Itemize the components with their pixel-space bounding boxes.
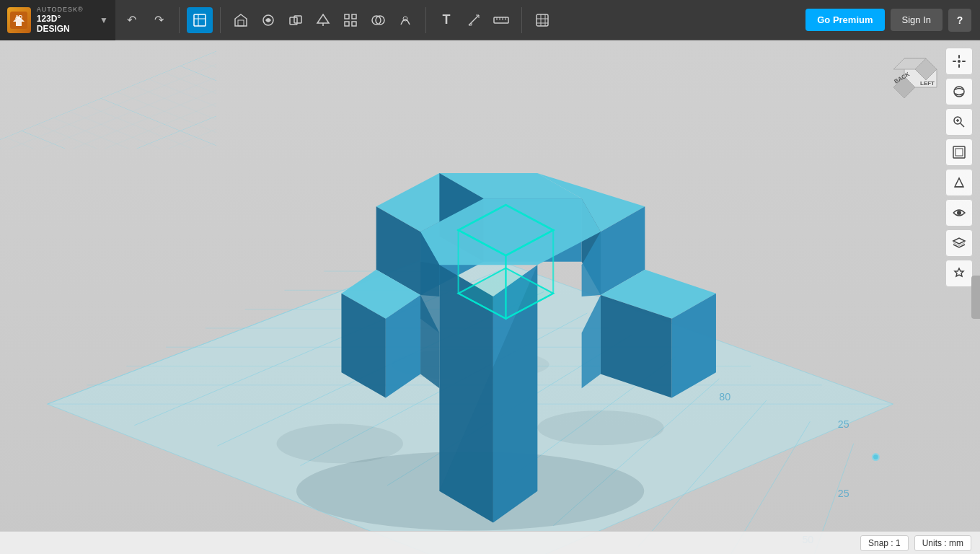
viewport[interactable]: 25 25 50 75 80 BACK LEFT xyxy=(0,40,980,554)
layers-button[interactable] xyxy=(945,229,973,257)
right-panel xyxy=(945,48,973,287)
redo-button[interactable]: ↷ xyxy=(146,7,172,33)
ruler-button[interactable] xyxy=(488,7,514,33)
svg-rect-12 xyxy=(345,22,349,26)
right-edge-tab[interactable] xyxy=(971,276,980,319)
text-tool-button[interactable]: T xyxy=(433,7,459,33)
svg-point-16 xyxy=(403,17,407,21)
divider-4 xyxy=(521,7,522,33)
svg-point-54 xyxy=(537,410,663,445)
svg-rect-103 xyxy=(953,146,965,158)
settings-extra-button[interactable] xyxy=(945,260,973,287)
right-buttons: Go Premium Sign In ? xyxy=(805,9,980,32)
svg-rect-2 xyxy=(194,14,206,26)
snap-indicator[interactable]: Snap : 1 xyxy=(860,535,909,551)
svg-point-53 xyxy=(277,424,403,464)
measure-button[interactable] xyxy=(461,7,487,33)
text-tools-group: T xyxy=(431,7,517,33)
svg-point-97 xyxy=(958,60,961,63)
pattern-button[interactable] xyxy=(337,7,363,33)
main-tools-group xyxy=(184,7,216,33)
shape-tools-group xyxy=(225,7,421,33)
logo-icon: AD xyxy=(7,7,31,33)
divider-3 xyxy=(425,7,426,33)
merge-button[interactable] xyxy=(283,7,309,33)
svg-point-106 xyxy=(957,211,961,215)
svg-text:25: 25 xyxy=(838,488,849,499)
boolean-button[interactable] xyxy=(365,7,391,33)
pan-button[interactable] xyxy=(945,48,973,75)
zoom-button[interactable] xyxy=(945,108,973,136)
fit-button[interactable] xyxy=(945,138,973,166)
logo-text: AUTODESK® 123D° DESIGN xyxy=(37,6,91,35)
modify-button[interactable] xyxy=(255,7,281,33)
materials-tools-group xyxy=(526,7,558,33)
svg-point-85 xyxy=(873,454,878,460)
3d-scene: 25 25 50 75 80 xyxy=(0,40,980,554)
logo-area[interactable]: AD AUTODESK® 123D° DESIGN ▼ xyxy=(0,0,115,40)
svg-text:LEFT: LEFT xyxy=(920,80,935,87)
product-name: 123D° DESIGN xyxy=(37,14,91,35)
primitives-button[interactable] xyxy=(228,7,254,33)
perspective-button[interactable] xyxy=(945,169,973,196)
svg-text:80: 80 xyxy=(719,391,730,403)
help-button[interactable]: ? xyxy=(948,9,971,32)
divider-1 xyxy=(179,7,180,33)
svg-rect-5 xyxy=(238,20,244,26)
svg-rect-10 xyxy=(345,14,349,19)
undo-button[interactable]: ↶ xyxy=(118,7,144,33)
eye-button[interactable] xyxy=(945,199,973,227)
svg-rect-11 xyxy=(352,14,356,19)
units-indicator[interactable]: Units : mm xyxy=(914,535,971,551)
toolbar: AD AUTODESK® 123D° DESIGN ▼ ↶ ↷ xyxy=(0,0,980,40)
svg-rect-104 xyxy=(955,149,963,156)
history-tools: ↶ ↷ xyxy=(115,7,175,33)
orbit-button[interactable] xyxy=(945,78,973,105)
materials-button[interactable] xyxy=(529,7,555,33)
svg-rect-22 xyxy=(537,14,548,26)
new-tool-button[interactable] xyxy=(187,7,213,33)
logo-dropdown[interactable]: ▼ xyxy=(100,15,108,25)
go-premium-button[interactable]: Go Premium xyxy=(805,9,884,31)
divider-2 xyxy=(220,7,221,33)
svg-rect-17 xyxy=(494,17,508,23)
transform-button[interactable] xyxy=(310,7,336,33)
svg-rect-13 xyxy=(352,22,356,26)
status-bar: Snap : 1 Units : mm xyxy=(0,531,980,554)
sign-in-button[interactable]: Sign In xyxy=(891,9,943,31)
sculpt-button[interactable] xyxy=(392,7,418,33)
view-cube[interactable]: BACK LEFT xyxy=(890,48,940,98)
svg-text:25: 25 xyxy=(838,418,849,430)
svg-line-100 xyxy=(961,123,964,127)
svg-marker-107 xyxy=(955,268,963,276)
brand-name: AUTODESK® xyxy=(37,6,91,14)
